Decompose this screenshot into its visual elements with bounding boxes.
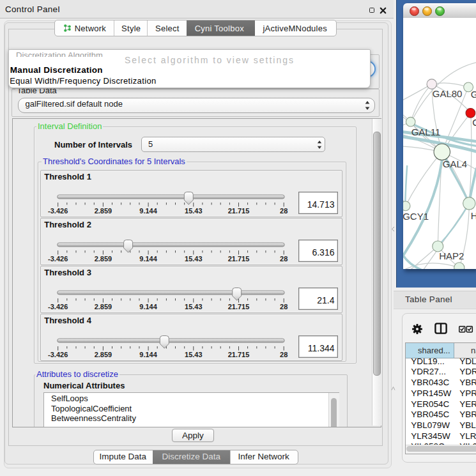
svg-text:GAL4: GAL4 [442, 158, 466, 169]
svg-text:2.859: 2.859 [94, 255, 112, 263]
svg-text:2.859: 2.859 [94, 207, 112, 215]
svg-text:GCY1: GCY1 [403, 211, 429, 222]
svg-text:-3.426: -3.426 [48, 303, 68, 311]
svg-text:28: 28 [280, 207, 288, 215]
svg-text:H: H [470, 210, 476, 221]
svg-text:C: C [472, 117, 476, 128]
svg-text:21.715: 21.715 [227, 351, 249, 358]
svg-text:GAL80: GAL80 [432, 88, 462, 99]
svg-text:GAL11: GAL11 [411, 127, 440, 137]
svg-text:9.144: 9.144 [139, 303, 157, 311]
svg-text:15.43: 15.43 [185, 351, 203, 358]
svg-text:15.43: 15.43 [185, 255, 203, 263]
svg-text:9.144: 9.144 [139, 207, 157, 215]
svg-text:15.43: 15.43 [185, 207, 203, 215]
svg-text:15.43: 15.43 [185, 303, 203, 311]
svg-text:9.144: 9.144 [139, 255, 157, 263]
svg-text:9.144: 9.144 [139, 351, 157, 358]
svg-text:28: 28 [280, 351, 288, 358]
svg-text:21.715: 21.715 [227, 303, 249, 311]
svg-text:28: 28 [280, 255, 288, 263]
svg-text:-3.426: -3.426 [48, 207, 68, 215]
svg-text:2.859: 2.859 [94, 351, 112, 358]
svg-text:21.715: 21.715 [227, 207, 249, 215]
svg-text:GA: GA [470, 89, 476, 100]
svg-text:21.715: 21.715 [227, 255, 249, 263]
svg-text:28: 28 [280, 303, 288, 311]
svg-text:2.859: 2.859 [94, 303, 112, 311]
svg-text:HAP2: HAP2 [439, 250, 464, 261]
svg-text:-3.426: -3.426 [48, 255, 68, 263]
svg-text:-3.426: -3.426 [48, 351, 68, 358]
